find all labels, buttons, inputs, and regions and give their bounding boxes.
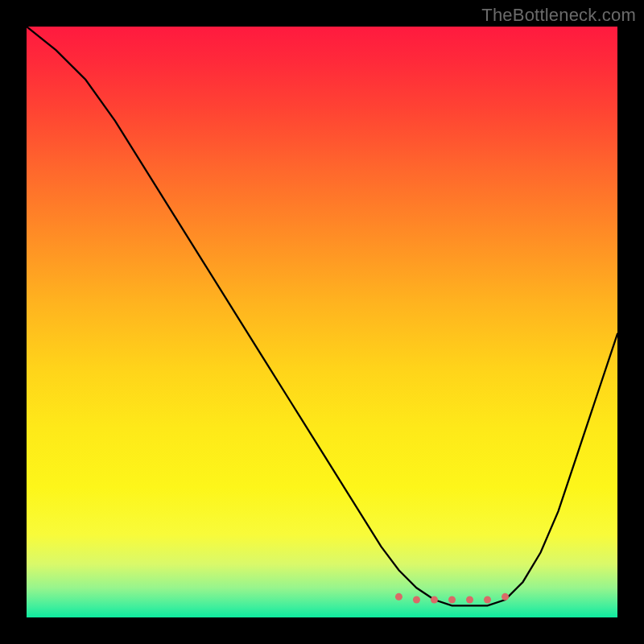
bottom-marker-dot xyxy=(395,593,402,601)
bottleneck-curve xyxy=(27,27,617,605)
bottom-marker-dot xyxy=(466,596,473,603)
bottom-marker-dot xyxy=(484,596,491,603)
chart-svg xyxy=(27,27,617,617)
plot-area xyxy=(27,27,617,617)
bottom-marker-dot xyxy=(413,596,420,603)
chart-frame: TheBottleneck.com xyxy=(0,0,644,644)
watermark-text: TheBottleneck.com xyxy=(481,5,636,26)
bottom-marker-dot xyxy=(431,596,438,603)
bottom-marker-dot xyxy=(448,596,456,603)
bottom-markers xyxy=(395,593,509,604)
bottom-marker-dot xyxy=(502,593,509,601)
